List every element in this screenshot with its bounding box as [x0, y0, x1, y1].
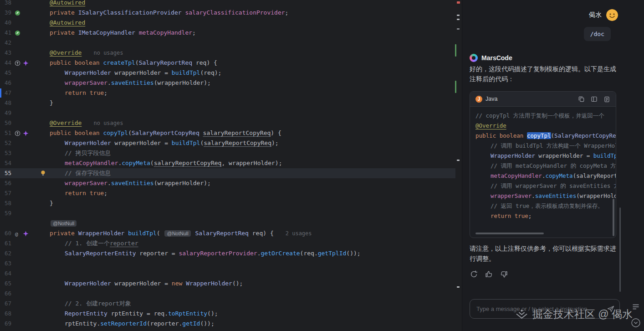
gutter[interactable]: 60@ — [0, 228, 35, 238]
ai-icon[interactable] — [23, 60, 29, 66]
mark[interactable] — [457, 19, 460, 20]
code-line[interactable]: 47return true; — [0, 88, 455, 98]
code-line[interactable]: 62SalaryReporterEntity reporter = salary… — [0, 248, 455, 259]
gutter[interactable]: 49 — [0, 108, 35, 118]
gutter[interactable]: 64 — [0, 269, 35, 279]
code-line[interactable]: 44public boolean createTpl(SalaryReportR… — [0, 58, 455, 68]
snippet-vscrollbar[interactable] — [613, 199, 614, 236]
code-line[interactable]: 45WrapperHolder wrapperHolder = buildTpl… — [0, 68, 455, 78]
code-line[interactable]: 58} — [0, 198, 455, 208]
thumbs-down-icon[interactable] — [500, 270, 508, 279]
code-line[interactable]: 39private ISalaryClassificationProvider … — [0, 8, 455, 18]
code-line[interactable]: 55// 保存字段信息 — [0, 168, 455, 178]
ai-icon[interactable] — [23, 231, 29, 237]
gutter[interactable]: 54 — [0, 158, 35, 168]
code-line[interactable]: 48} — [0, 98, 455, 108]
gutter[interactable]: 61 — [0, 238, 35, 248]
code-line[interactable]: 46wrapperSaver.saveEntities(wrapperHolde… — [0, 78, 455, 88]
send-icon[interactable] — [607, 305, 615, 313]
code-line[interactable]: 57return true; — [0, 188, 455, 198]
code-line[interactable]: 59 — [0, 208, 455, 218]
scroll-down-icon[interactable] — [631, 318, 641, 328]
gutter[interactable]: 53 — [0, 148, 35, 158]
insert-icon[interactable] — [591, 96, 598, 103]
panel-scrollbar[interactable] — [619, 207, 621, 292]
code-line[interactable]: 54metaCopyHandler.copyMeta(salaryReportC… — [0, 158, 455, 168]
bean-icon[interactable] — [15, 10, 20, 16]
gutter[interactable]: 62 — [0, 248, 35, 259]
snippet-hscrollbar[interactable] — [475, 233, 544, 234]
code-line[interactable]: 69rptEntity.setReporterId(reporter.getId… — [0, 319, 455, 329]
gutter[interactable]: 41 — [0, 28, 35, 38]
chat-input[interactable] — [470, 300, 619, 318]
code-line[interactable]: 66 — [0, 289, 455, 299]
gutter[interactable]: 43 — [0, 48, 35, 58]
code-line[interactable]: 64 — [0, 269, 455, 279]
gutter[interactable]: 63 — [0, 259, 35, 269]
gutter[interactable]: 38 — [0, 0, 35, 8]
gutter[interactable]: 69 — [0, 319, 35, 329]
code-line[interactable]: 61// 1. 创建一个reporter — [0, 238, 455, 248]
gutter[interactable]: 39 — [0, 8, 35, 18]
code-line[interactable]: 40@Autowired — [0, 18, 455, 28]
gutter[interactable]: 40 — [0, 18, 35, 28]
code-line[interactable]: 52WrapperHolder wrapperHolder = buildTpl… — [0, 138, 455, 148]
gutter[interactable]: 59 — [0, 208, 35, 218]
gutter[interactable]: 57 — [0, 188, 35, 198]
mark[interactable] — [457, 28, 460, 30]
gutter[interactable]: 42 — [0, 38, 35, 48]
code-line[interactable]: 53// 拷贝字段信息 — [0, 148, 455, 158]
mark[interactable] — [457, 160, 460, 161]
gutter[interactable]: 45 — [0, 68, 35, 78]
code-line[interactable]: 56wrapperSaver.saveEntities(wrapperHolde… — [0, 178, 455, 188]
code-line[interactable]: 67// 2. 创建report对象 — [0, 299, 455, 309]
instruction-list-icon[interactable] — [632, 303, 640, 311]
code-line[interactable]: 41private IMetaCopyHandler metaCopyHandl… — [0, 28, 455, 38]
regenerate-icon[interactable] — [470, 270, 478, 279]
code-line[interactable]: 49 — [0, 108, 455, 118]
gutter[interactable]: 58 — [0, 198, 35, 208]
mark[interactable] — [457, 286, 460, 288]
gutter[interactable]: 46 — [0, 78, 35, 88]
gutter[interactable]: 55 — [0, 168, 35, 178]
gutter[interactable]: 50 — [0, 118, 35, 128]
thumbs-up-icon[interactable] — [485, 270, 493, 279]
gutter[interactable]: 48 — [0, 98, 35, 108]
bean-icon[interactable] — [15, 30, 20, 36]
gutter[interactable]: 65 — [0, 279, 35, 289]
gutter[interactable]: 66 — [0, 289, 35, 299]
gutter[interactable] — [0, 218, 35, 228]
code-line[interactable]: 60@private WrapperHolder buildTpl( @NotN… — [0, 228, 455, 238]
gutter[interactable]: 52 — [0, 138, 35, 148]
code-line[interactable]: 65WrapperHolder wrapperHolder = new Wrap… — [0, 279, 455, 289]
copy-icon[interactable] — [578, 96, 585, 103]
user-avatar[interactable] — [606, 9, 618, 21]
editor-scrollbar-stripe[interactable] — [455, 0, 462, 331]
gutter[interactable]: 68 — [0, 309, 35, 319]
gutter[interactable]: 51 — [0, 128, 35, 138]
usage-hint[interactable]: no usages — [93, 120, 123, 126]
code-line[interactable]: @NotNull — [0, 218, 455, 228]
code-line[interactable]: 68ReportEntity rptEntity = req.toRptEnti… — [0, 309, 455, 319]
at-icon[interactable]: @ — [15, 231, 20, 237]
vcs-change-mark[interactable] — [455, 81, 456, 93]
clipboard-icon[interactable] — [603, 96, 610, 103]
code-editor[interactable]: 38@Autowired39private ISalaryClassificat… — [0, 0, 462, 331]
intention-bulb-icon[interactable] — [40, 170, 46, 176]
usage-hint[interactable]: no usages — [93, 50, 123, 56]
error-mark[interactable] — [457, 1, 460, 4]
mark[interactable] — [457, 15, 460, 16]
code-line[interactable]: 43@Overrideno usages — [0, 48, 455, 58]
code-line[interactable]: 51public boolean copyTpl(SalaryReportCop… — [0, 128, 455, 138]
override-icon[interactable] — [15, 130, 20, 136]
code-line[interactable]: 42 — [0, 38, 455, 48]
gutter[interactable]: 44 — [0, 58, 35, 68]
ai-icon[interactable] — [23, 130, 29, 136]
gutter[interactable]: 67 — [0, 299, 35, 309]
code-line[interactable]: 50@Overrideno usages — [0, 118, 455, 128]
usage-hint[interactable]: 2 usages — [286, 230, 312, 237]
gutter[interactable]: 47 — [0, 88, 35, 98]
code-line[interactable]: 38@Autowired — [0, 0, 455, 8]
gutter[interactable]: 56 — [0, 178, 35, 188]
override-icon[interactable] — [15, 60, 20, 66]
